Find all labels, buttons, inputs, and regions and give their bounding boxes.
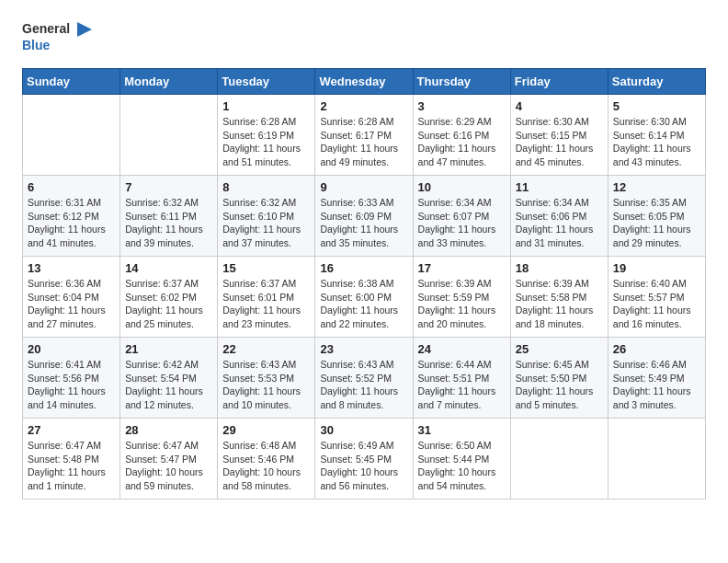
day-info: Sunrise: 6:36 AMSunset: 6:04 PMDaylight:…: [28, 277, 115, 331]
day-info: Sunrise: 6:42 AMSunset: 5:54 PMDaylight:…: [125, 358, 212, 412]
day-number: 9: [320, 180, 407, 194]
day-cell: 7Sunrise: 6:32 AMSunset: 6:11 PMDaylight…: [120, 176, 218, 257]
week-row-2: 6Sunrise: 6:31 AMSunset: 6:12 PMDaylight…: [23, 176, 706, 257]
day-cell: 24Sunrise: 6:44 AMSunset: 5:51 PMDayligh…: [413, 338, 510, 419]
day-cell: 11Sunrise: 6:34 AMSunset: 6:06 PMDayligh…: [510, 176, 608, 257]
day-info: Sunrise: 6:50 AMSunset: 5:44 PMDaylight:…: [418, 439, 506, 493]
day-number: 19: [613, 261, 700, 275]
day-info: Sunrise: 6:39 AMSunset: 5:59 PMDaylight:…: [418, 277, 506, 331]
day-info: Sunrise: 6:30 AMSunset: 6:14 PMDaylight:…: [613, 115, 700, 169]
day-number: 18: [516, 261, 603, 275]
day-info: Sunrise: 6:35 AMSunset: 6:05 PMDaylight:…: [613, 196, 700, 250]
day-cell: 2Sunrise: 6:28 AMSunset: 6:17 PMDaylight…: [315, 95, 413, 176]
day-info: Sunrise: 6:47 AMSunset: 5:48 PMDaylight:…: [28, 439, 115, 493]
day-info: Sunrise: 6:48 AMSunset: 5:46 PMDaylight:…: [222, 439, 310, 493]
day-number: 22: [222, 342, 310, 356]
day-info: Sunrise: 6:49 AMSunset: 5:45 PMDaylight:…: [320, 439, 407, 493]
day-number: 1: [222, 99, 310, 113]
day-cell: 1Sunrise: 6:28 AMSunset: 6:19 PMDaylight…: [218, 95, 315, 176]
day-number: 6: [28, 180, 115, 194]
day-number: 5: [613, 99, 700, 113]
day-number: 3: [418, 99, 506, 113]
day-number: 7: [125, 180, 212, 194]
svg-text:Blue: Blue: [22, 38, 51, 52]
generalblue-logo-icon: GeneralBlue: [22, 18, 96, 55]
day-number: 14: [125, 261, 212, 275]
day-number: 25: [516, 342, 603, 356]
day-cell: 28Sunrise: 6:47 AMSunset: 5:47 PMDayligh…: [120, 419, 218, 500]
day-info: Sunrise: 6:28 AMSunset: 6:19 PMDaylight:…: [222, 115, 310, 169]
day-number: 11: [516, 180, 603, 194]
day-cell: 30Sunrise: 6:49 AMSunset: 5:45 PMDayligh…: [315, 419, 413, 500]
day-number: 20: [28, 342, 115, 356]
day-cell: 26Sunrise: 6:46 AMSunset: 5:49 PMDayligh…: [608, 338, 705, 419]
day-info: Sunrise: 6:34 AMSunset: 6:06 PMDaylight:…: [516, 196, 603, 250]
day-info: Sunrise: 6:34 AMSunset: 6:07 PMDaylight:…: [418, 196, 506, 250]
week-row-4: 20Sunrise: 6:41 AMSunset: 5:56 PMDayligh…: [23, 338, 706, 419]
svg-text:General: General: [22, 21, 70, 36]
weekday-header-sunday: Sunday: [23, 69, 120, 95]
day-cell: 15Sunrise: 6:37 AMSunset: 6:01 PMDayligh…: [218, 257, 315, 338]
day-info: Sunrise: 6:38 AMSunset: 6:00 PMDaylight:…: [320, 277, 407, 331]
day-number: 8: [222, 180, 310, 194]
header: GeneralBlue: [22, 18, 706, 55]
day-number: 16: [320, 261, 407, 275]
week-row-5: 27Sunrise: 6:47 AMSunset: 5:48 PMDayligh…: [23, 419, 706, 500]
weekday-header-saturday: Saturday: [608, 69, 705, 95]
calendar-table: SundayMondayTuesdayWednesdayThursdayFrid…: [22, 68, 706, 500]
day-number: 27: [28, 423, 115, 437]
day-cell: [608, 419, 705, 500]
day-info: Sunrise: 6:40 AMSunset: 5:57 PMDaylight:…: [613, 277, 700, 331]
day-cell: 8Sunrise: 6:32 AMSunset: 6:10 PMDaylight…: [218, 176, 315, 257]
svg-marker-1: [77, 22, 92, 37]
day-cell: 4Sunrise: 6:30 AMSunset: 6:15 PMDaylight…: [510, 95, 608, 176]
day-cell: 18Sunrise: 6:39 AMSunset: 5:58 PMDayligh…: [510, 257, 608, 338]
day-number: 10: [418, 180, 506, 194]
day-number: 26: [613, 342, 700, 356]
day-cell: 25Sunrise: 6:45 AMSunset: 5:50 PMDayligh…: [510, 338, 608, 419]
day-cell: [23, 95, 120, 176]
day-cell: 31Sunrise: 6:50 AMSunset: 5:44 PMDayligh…: [413, 419, 510, 500]
day-cell: 6Sunrise: 6:31 AMSunset: 6:12 PMDaylight…: [23, 176, 120, 257]
day-cell: 10Sunrise: 6:34 AMSunset: 6:07 PMDayligh…: [413, 176, 510, 257]
day-number: 29: [222, 423, 310, 437]
day-cell: 5Sunrise: 6:30 AMSunset: 6:14 PMDaylight…: [608, 95, 705, 176]
day-number: 23: [320, 342, 407, 356]
day-number: 21: [125, 342, 212, 356]
day-cell: 29Sunrise: 6:48 AMSunset: 5:46 PMDayligh…: [218, 419, 315, 500]
day-cell: 9Sunrise: 6:33 AMSunset: 6:09 PMDaylight…: [315, 176, 413, 257]
day-info: Sunrise: 6:32 AMSunset: 6:10 PMDaylight:…: [222, 196, 310, 250]
day-info: Sunrise: 6:46 AMSunset: 5:49 PMDaylight:…: [613, 358, 700, 412]
day-cell: 22Sunrise: 6:43 AMSunset: 5:53 PMDayligh…: [218, 338, 315, 419]
day-cell: 13Sunrise: 6:36 AMSunset: 6:04 PMDayligh…: [23, 257, 120, 338]
day-info: Sunrise: 6:32 AMSunset: 6:11 PMDaylight:…: [125, 196, 212, 250]
day-cell: 12Sunrise: 6:35 AMSunset: 6:05 PMDayligh…: [608, 176, 705, 257]
day-info: Sunrise: 6:41 AMSunset: 5:56 PMDaylight:…: [28, 358, 115, 412]
day-number: 2: [320, 99, 407, 113]
day-info: Sunrise: 6:30 AMSunset: 6:15 PMDaylight:…: [516, 115, 603, 169]
day-cell: 17Sunrise: 6:39 AMSunset: 5:59 PMDayligh…: [413, 257, 510, 338]
logo: GeneralBlue: [22, 18, 96, 55]
weekday-header-monday: Monday: [120, 69, 218, 95]
day-info: Sunrise: 6:33 AMSunset: 6:09 PMDaylight:…: [320, 196, 407, 250]
day-cell: 23Sunrise: 6:43 AMSunset: 5:52 PMDayligh…: [315, 338, 413, 419]
day-cell: 20Sunrise: 6:41 AMSunset: 5:56 PMDayligh…: [23, 338, 120, 419]
day-number: 17: [418, 261, 506, 275]
day-number: 13: [28, 261, 115, 275]
weekday-header-wednesday: Wednesday: [315, 69, 413, 95]
day-info: Sunrise: 6:47 AMSunset: 5:47 PMDaylight:…: [125, 439, 212, 493]
day-cell: [510, 419, 608, 500]
day-cell: 14Sunrise: 6:37 AMSunset: 6:02 PMDayligh…: [120, 257, 218, 338]
weekday-header-tuesday: Tuesday: [218, 69, 315, 95]
day-number: 12: [613, 180, 700, 194]
day-info: Sunrise: 6:45 AMSunset: 5:50 PMDaylight:…: [516, 358, 603, 412]
day-info: Sunrise: 6:43 AMSunset: 5:52 PMDaylight:…: [320, 358, 407, 412]
day-number: 15: [222, 261, 310, 275]
day-cell: 27Sunrise: 6:47 AMSunset: 5:48 PMDayligh…: [23, 419, 120, 500]
day-cell: 3Sunrise: 6:29 AMSunset: 6:16 PMDaylight…: [413, 95, 510, 176]
day-info: Sunrise: 6:39 AMSunset: 5:58 PMDaylight:…: [516, 277, 603, 331]
day-info: Sunrise: 6:43 AMSunset: 5:53 PMDaylight:…: [222, 358, 310, 412]
day-number: 4: [516, 99, 603, 113]
day-info: Sunrise: 6:37 AMSunset: 6:02 PMDaylight:…: [125, 277, 212, 331]
day-info: Sunrise: 6:44 AMSunset: 5:51 PMDaylight:…: [418, 358, 506, 412]
